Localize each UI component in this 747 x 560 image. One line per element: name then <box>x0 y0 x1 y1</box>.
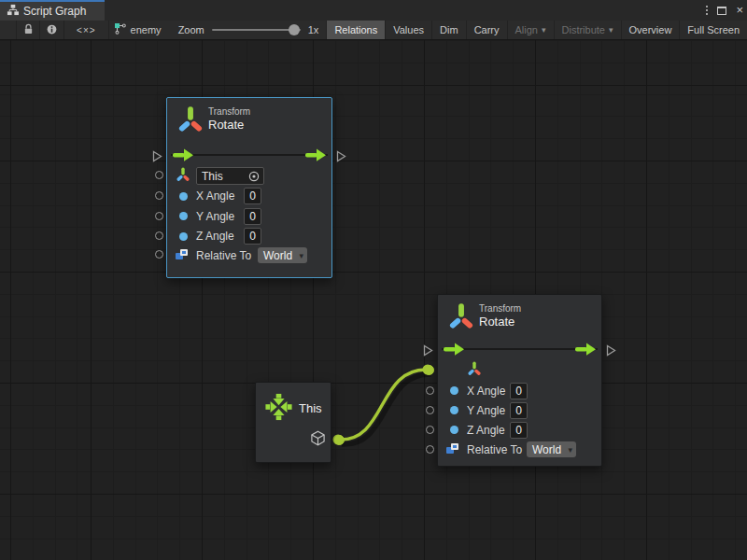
self-output-port-connected[interactable] <box>334 435 345 445</box>
enum-type-icon <box>445 441 459 458</box>
carry-toggle[interactable]: Carry <box>466 21 507 39</box>
x-angle-label: X Angle <box>196 189 234 203</box>
object-picker-icon[interactable] <box>247 170 261 186</box>
zoom-slider[interactable] <box>212 29 301 31</box>
x-angle-row: X Angle 0 <box>438 381 601 400</box>
relative-to-input-port[interactable] <box>155 250 163 259</box>
dim-toggle[interactable]: Dim <box>431 21 466 39</box>
node-title: Rotate <box>208 118 244 132</box>
align-dropdown[interactable]: Align <box>507 21 554 39</box>
close-icon[interactable]: × <box>736 6 743 15</box>
transform-mini-icon <box>176 167 190 186</box>
info-icon <box>46 23 58 37</box>
float-type-icon <box>450 406 458 414</box>
values-toggle[interactable]: Values <box>385 21 431 39</box>
tab-title: Script Graph <box>23 5 86 18</box>
graph-toolbar: <×> enemy Zoom 1x Relations Values Dim C… <box>0 21 747 40</box>
target-input-port[interactable] <box>155 171 163 179</box>
relative-to-dropdown[interactable]: World <box>258 247 307 263</box>
flow-out-arrow-icon[interactable] <box>575 343 596 356</box>
target-row: This <box>167 166 331 186</box>
flow-in-arrow-icon[interactable] <box>444 343 464 356</box>
x-angle-row: X Angle 0 <box>167 187 331 206</box>
tab-script-graph[interactable]: Script Graph <box>0 0 105 21</box>
relative-to-dropdown[interactable]: World <box>527 441 576 457</box>
zoom-label: Zoom <box>178 24 204 35</box>
z-angle-input[interactable]: 0 <box>244 228 261 245</box>
z-angle-input[interactable]: 0 <box>510 422 528 439</box>
y-angle-label: Y Angle <box>467 404 505 417</box>
y-angle-input[interactable]: 0 <box>510 402 528 419</box>
relative-to-row: Relative To World <box>438 440 601 459</box>
x-angle-input[interactable]: 0 <box>510 383 528 399</box>
rotate-node-2[interactable]: Transform Rotate <box>437 294 602 467</box>
transform-mini-icon <box>467 361 482 380</box>
transform-icon <box>177 105 204 137</box>
x-angle-input[interactable]: 0 <box>244 188 261 204</box>
graph-breadcrumb[interactable]: enemy <box>108 21 171 39</box>
maximize-icon[interactable] <box>717 7 726 15</box>
flow-input-port[interactable] <box>152 149 162 161</box>
connection-layer <box>0 40 747 560</box>
relative-to-label: Relative To <box>467 443 522 456</box>
rotate-node-2-header[interactable]: Transform Rotate <box>438 295 601 336</box>
y-angle-input[interactable]: 0 <box>244 208 261 225</box>
z-angle-label: Z Angle <box>467 424 505 437</box>
z-angle-input-port[interactable] <box>426 426 434 434</box>
float-type-icon <box>179 212 188 220</box>
x-angle-input-port[interactable] <box>155 191 163 200</box>
script-graph-window: Script Graph × <×> enemy <box>0 0 747 560</box>
connection-wire[interactable] <box>338 370 428 440</box>
flow-relation-line <box>442 348 598 350</box>
target-object-value: This <box>202 170 223 183</box>
lock-button[interactable] <box>16 21 40 39</box>
lock-icon <box>22 23 35 37</box>
flow-output-port[interactable] <box>336 149 346 161</box>
node-category: Transform <box>208 106 250 117</box>
window-menu-icon[interactable] <box>706 6 708 15</box>
transform-icon <box>448 302 474 334</box>
flow-output-port[interactable] <box>606 343 616 356</box>
float-type-icon <box>450 426 458 434</box>
x-angle-label: X Angle <box>467 385 505 398</box>
zoom-slider-handle[interactable] <box>289 24 300 35</box>
overview-button[interactable]: Overview <box>621 21 680 39</box>
z-angle-input-port[interactable] <box>155 231 163 240</box>
relative-to-label: Relative To <box>196 249 251 262</box>
graph-hierarchy-icon <box>7 3 19 20</box>
float-type-icon <box>450 386 458 395</box>
target-object-field[interactable]: This <box>196 167 264 185</box>
flow-in-arrow-icon[interactable] <box>173 148 193 161</box>
relations-toggle[interactable]: Relations <box>326 21 385 39</box>
self-node[interactable]: This <box>255 382 331 463</box>
graph-name: enemy <box>131 24 162 35</box>
float-type-icon <box>179 192 188 201</box>
code-icon: <×> <box>77 25 96 35</box>
y-angle-input-port[interactable] <box>155 212 163 220</box>
distribute-dropdown[interactable]: Distribute <box>554 21 621 39</box>
fullscreen-button[interactable]: Full Screen <box>679 21 747 39</box>
target-row <box>438 360 601 380</box>
relative-to-input-port[interactable] <box>426 445 434 454</box>
info-button[interactable] <box>39 21 63 39</box>
edit-source-button[interactable]: <×> <box>63 21 108 39</box>
y-angle-row: Y Angle 0 <box>167 206 331 226</box>
target-input-port-connected[interactable] <box>424 365 434 375</box>
flow-input-port[interactable] <box>423 343 433 356</box>
x-angle-input-port[interactable] <box>426 386 434 395</box>
zoom-value: 1x <box>308 24 319 35</box>
z-angle-row: Z Angle 0 <box>167 227 331 246</box>
self-converge-icon <box>264 393 293 425</box>
rotate-node-1[interactable]: Transform Rotate <box>166 97 332 278</box>
relative-to-row: Relative To World <box>167 245 331 265</box>
rotate-node-1-header[interactable]: Transform Rotate <box>167 98 331 139</box>
flow-relation-line <box>171 154 328 156</box>
float-type-icon <box>179 232 188 241</box>
graph-canvas[interactable]: Transform Rotate <box>0 40 747 560</box>
y-angle-input-port[interactable] <box>426 406 434 414</box>
z-angle-label: Z Angle <box>196 230 234 243</box>
connection-shadow <box>342 374 431 444</box>
gameobject-cube-icon <box>310 430 326 450</box>
enum-type-icon <box>175 247 189 264</box>
flow-out-arrow-icon[interactable] <box>305 148 326 161</box>
